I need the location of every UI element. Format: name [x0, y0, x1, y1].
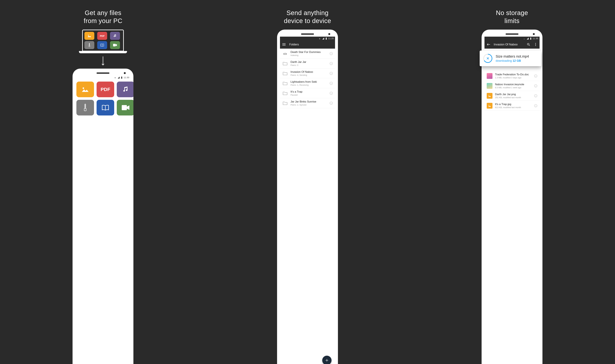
svg-rect-1 — [89, 46, 90, 47]
svg-point-5 — [83, 88, 84, 89]
svg-point-18 — [527, 43, 529, 45]
book-tile-icon[interactable] — [97, 100, 114, 116]
info-icon[interactable] — [330, 52, 333, 55]
info-icon[interactable] — [330, 72, 333, 75]
file-title: Naboo Invasion.keynote — [495, 83, 531, 86]
headline-1: Get any filesfrom your PC — [84, 9, 123, 25]
file-title: Trade Federation To-Do.doc — [495, 73, 531, 76]
download-card[interactable]: Size matters not.mp4 downloading 12 GB — [480, 51, 541, 66]
file-subtitle: 1.3 MB, modified 3 days ago — [495, 77, 531, 79]
folder-title: Darth Jar Jar — [291, 60, 327, 64]
battery-icon — [326, 38, 327, 40]
image-tile-icon[interactable] — [76, 82, 94, 97]
music-tile-icon[interactable] — [117, 82, 133, 97]
video-tile-icon — [110, 41, 120, 49]
pdf-tile-icon: PDF — [97, 32, 107, 40]
svg-point-28 — [489, 105, 489, 105]
folder-row[interactable]: Death Star For DummiesIndexing — [280, 49, 335, 59]
fab-add-button[interactable] — [322, 356, 332, 364]
file-row[interactable]: It's a Trap.jpg813 KB, modified last mon… — [485, 101, 540, 111]
pdf-tile-icon[interactable]: PDF — [97, 82, 114, 97]
status-bar: 11:25 — [280, 37, 335, 40]
info-icon[interactable] — [534, 104, 537, 107]
book-tile-icon — [97, 41, 107, 49]
front-camera — [533, 33, 535, 35]
folder-row[interactable]: Invasion Of NabooPeers: 4, Sending — [280, 68, 335, 78]
folder-icon — [282, 81, 288, 86]
progress-ring[interactable] — [483, 54, 492, 63]
status-clock: 11:30 — [124, 76, 129, 79]
more-icon[interactable] — [534, 43, 537, 46]
appbar-title: Folders — [289, 43, 299, 46]
folder-icon — [282, 51, 288, 56]
battery-icon — [530, 38, 531, 40]
folder-subtitle: Peers: 0 — [291, 64, 327, 66]
app-bar: Folders — [280, 40, 335, 49]
appbar-title: Invasion Of Naboo — [494, 43, 518, 46]
signal-icon — [527, 38, 529, 39]
front-camera — [328, 33, 330, 35]
folder-row[interactable]: It's a TrapPaused — [280, 88, 335, 98]
file-thumbnail — [487, 83, 492, 89]
download-status: downloading 12 GB — [496, 59, 529, 63]
info-icon[interactable] — [330, 102, 333, 105]
svg-rect-8 — [326, 38, 327, 40]
file-thumbnail — [487, 103, 492, 109]
svg-rect-4 — [122, 77, 122, 77]
folder-row[interactable]: Lightsabers from SekiPeers: 1, Receiving — [280, 78, 335, 88]
folder-icon — [282, 71, 288, 76]
signal-icon — [322, 38, 324, 39]
promo-column-1: Get any filesfrom your PC PDF — [3, 5, 203, 364]
folder-subtitle: Peers: 4, Sending — [291, 74, 327, 76]
status-clock: 11:25 — [328, 37, 334, 40]
status-bar: 11:30 — [75, 76, 130, 79]
zip-tile-icon — [84, 41, 94, 49]
hamburger-icon[interactable] — [282, 43, 286, 46]
arrow-down-icon — [101, 56, 105, 66]
folder-title: Death Star For Dummies — [291, 51, 327, 54]
svg-rect-16 — [530, 38, 531, 40]
speaker-slot — [301, 33, 314, 35]
info-icon[interactable] — [330, 92, 333, 95]
svg-point-20 — [535, 44, 536, 45]
info-icon[interactable] — [534, 84, 537, 88]
svg-rect-2 — [113, 44, 116, 46]
file-row[interactable]: Darth Jar Jar.png251 KB, modified last m… — [485, 91, 540, 101]
svg-rect-17 — [531, 38, 531, 38]
phone-1: 11:30 PDF — [72, 69, 133, 364]
folder-row[interactable]: Darth Jar JarPeers: 0 — [280, 59, 335, 68]
file-row[interactable]: Trade Federation To-Do.doc1.3 MB, modifi… — [485, 71, 540, 81]
svg-rect-3 — [121, 77, 122, 79]
folder-icon — [282, 61, 288, 66]
speaker-slot — [97, 72, 109, 74]
back-icon[interactable] — [487, 43, 490, 46]
file-thumbnail — [487, 73, 492, 79]
folder-list: Death Star For DummiesIndexingDarth Jar … — [280, 49, 335, 364]
music-tile-icon — [110, 32, 120, 40]
info-icon[interactable] — [330, 62, 333, 65]
folder-row[interactable]: Jar Jar Binks SunrisePeers: 2, Synced — [280, 98, 335, 108]
file-row[interactable]: Naboo Invasion.keynote6.5 MB, modified 1… — [485, 81, 540, 91]
speaker-slot — [506, 33, 518, 35]
headline-2: Send anythingdevice to device — [284, 9, 331, 25]
folder-title: It's a Trap — [291, 90, 327, 93]
download-filename: Size matters not.mp4 — [496, 54, 529, 59]
svg-point-26 — [489, 95, 489, 96]
svg-point-0 — [88, 35, 89, 36]
info-icon[interactable] — [330, 82, 333, 85]
zip-tile-icon[interactable] — [76, 100, 94, 116]
info-icon[interactable] — [534, 94, 537, 97]
folder-title: Lightsabers from Seki — [291, 80, 327, 83]
phone-hardware — [75, 72, 130, 74]
search-icon[interactable] — [527, 43, 530, 46]
file-subtitle: 6.5 MB, modified 1 weel ago — [495, 86, 531, 89]
promo-column-3: No storagelimits 11:35 Invasio — [412, 5, 612, 364]
info-icon[interactable] — [534, 74, 537, 78]
video-tile-icon[interactable] — [117, 100, 133, 116]
battery-icon — [121, 77, 122, 79]
signal-icon — [118, 77, 120, 78]
folder-subtitle: Peers: 1, Receiving — [291, 84, 327, 86]
folder-subtitle: Peers: 2, Synced — [291, 104, 327, 106]
folder-title: Jar Jar Binks Sunrise — [291, 100, 327, 103]
svg-rect-6 — [84, 108, 86, 111]
